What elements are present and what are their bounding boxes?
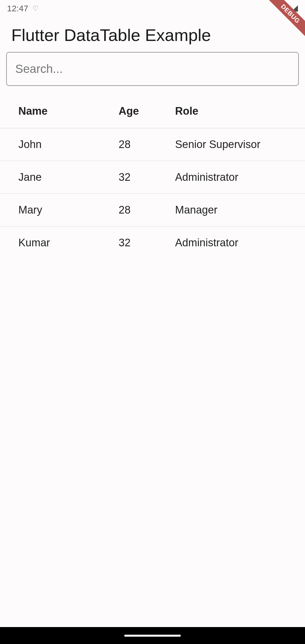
table-header: Name Age Role [0,94,305,128]
bottom-nav-bar [0,627,305,644]
search-input[interactable] [6,52,299,86]
cell-age: 32 [104,237,167,249]
column-header-name[interactable]: Name [0,105,104,117]
data-table: Name Age Role John 28 Senior Supervisor … [0,94,305,259]
cell-role: Senior Supervisor [167,138,305,151]
status-time: 12:47 [7,4,28,13]
cell-role: Administrator [167,171,305,183]
status-bar-left: 12:47 ♡ [7,4,39,13]
cell-role: Manager [167,204,305,216]
column-header-role[interactable]: Role [167,105,305,117]
table-row[interactable]: Mary 28 Manager [0,194,305,227]
table-row[interactable]: Kumar 32 Administrator [0,227,305,259]
nav-pill[interactable] [124,635,181,637]
table-row[interactable]: John 28 Senior Supervisor [0,128,305,161]
column-header-age[interactable]: Age [104,105,167,117]
status-bar: 12:47 ♡ [0,0,305,17]
cell-age: 32 [104,171,167,183]
cell-role: Administrator [167,237,305,249]
cell-name: Jane [0,171,104,183]
cell-name: John [0,138,104,151]
cell-name: Kumar [0,237,104,249]
search-container [0,52,305,94]
heart-icon: ♡ [32,5,39,12]
cell-age: 28 [104,204,167,216]
cell-age: 28 [104,138,167,151]
table-row[interactable]: Jane 32 Administrator [0,161,305,194]
cell-name: Mary [0,204,104,216]
page-title: Flutter DataTable Example [0,17,305,52]
